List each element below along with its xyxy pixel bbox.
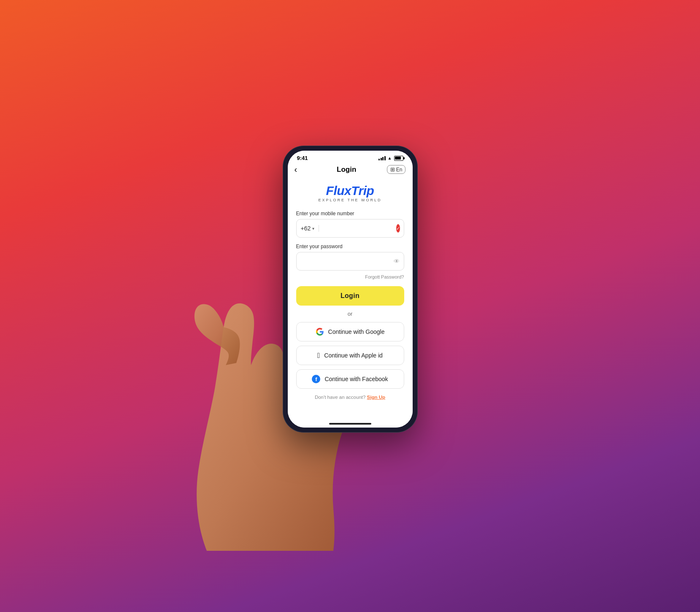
signup-row: Don't have an account? Sign Up — [296, 395, 404, 400]
forgot-password-link[interactable]: Forgott Password? — [365, 274, 404, 279]
forgot-password-row: Forgott Password? — [296, 273, 404, 280]
continue-apple-button[interactable]:  Continue with Apple id — [296, 346, 404, 365]
password-input[interactable] — [301, 258, 394, 265]
country-code-selector[interactable]: +62 ▾ — [301, 225, 319, 232]
home-indicator — [288, 420, 413, 428]
eye-icon[interactable]: 👁 — [394, 258, 400, 265]
continue-facebook-button[interactable]: f Continue with Facebook — [296, 369, 404, 389]
password-input-row[interactable]: 👁 — [296, 252, 404, 271]
apple-button-label: Continue with Apple id — [324, 352, 383, 359]
back-button[interactable]: ‹ — [295, 165, 306, 174]
chevron-down-icon: ▾ — [312, 226, 314, 231]
continue-google-button[interactable]: Continue with Google — [296, 322, 404, 341]
mobile-label: Enter your mobile number — [296, 211, 404, 217]
scene: 9:41 ▲ ‹ Login ⊞ En — [207, 74, 494, 538]
or-divider: or — [296, 311, 404, 317]
nav-title: Login — [337, 165, 356, 174]
mobile-input-row[interactable]: +62 ▾ ✓ — [296, 219, 404, 238]
home-bar — [329, 423, 371, 425]
phone-content: FluxTrip EXPLORE THE WORLD Enter your mo… — [288, 178, 413, 420]
country-code-value: +62 — [301, 225, 311, 232]
nav-bar: ‹ Login ⊞ En — [288, 163, 413, 178]
app-logo: FluxTrip — [296, 184, 404, 197]
battery-icon — [394, 156, 403, 161]
status-bar: 9:41 ▲ — [288, 151, 413, 163]
signal-icon — [378, 156, 386, 160]
signup-link[interactable]: Sign Up — [367, 395, 385, 400]
login-button[interactable]: Login — [296, 286, 404, 306]
translate-icon: ⊞ — [390, 166, 395, 173]
wifi-icon: ▲ — [388, 156, 392, 160]
validation-check-icon: ✓ — [396, 224, 400, 233]
apple-icon:  — [317, 352, 320, 359]
logo-section: FluxTrip EXPLORE THE WORLD — [296, 184, 404, 202]
phone-frame: 9:41 ▲ ‹ Login ⊞ En — [283, 146, 418, 433]
lang-label: En — [396, 167, 403, 173]
facebook-button-label: Continue with Facebook — [324, 376, 388, 382]
password-label: Enter your password — [296, 244, 404, 249]
status-icons: ▲ — [378, 156, 403, 161]
language-button[interactable]: ⊞ En — [387, 165, 406, 174]
google-icon — [316, 328, 324, 336]
status-time: 9:41 — [297, 155, 308, 161]
phone-screen: 9:41 ▲ ‹ Login ⊞ En — [288, 151, 413, 428]
google-button-label: Continue with Google — [328, 328, 385, 335]
app-tagline: EXPLORE THE WORLD — [296, 198, 404, 202]
phone-number-input[interactable] — [322, 225, 396, 232]
signup-prompt: Don't have an account? — [315, 395, 365, 400]
facebook-icon: f — [312, 375, 320, 383]
